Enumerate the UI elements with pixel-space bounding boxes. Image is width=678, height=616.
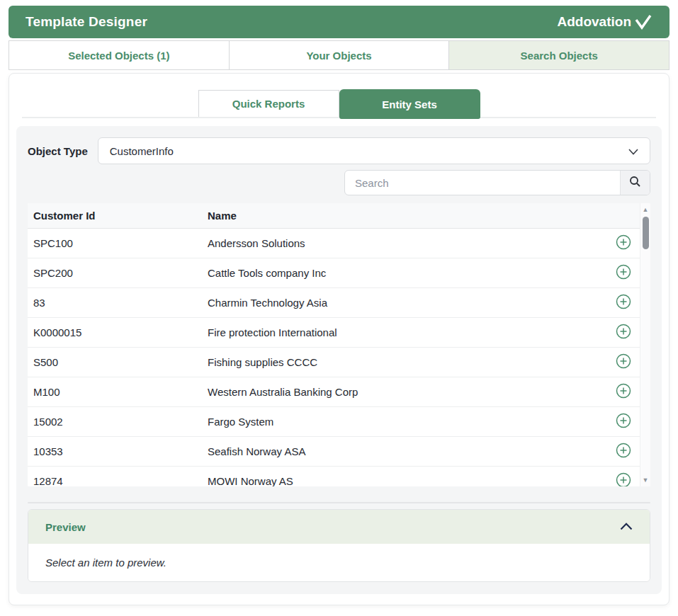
add-object-button[interactable] xyxy=(616,474,631,487)
table-row[interactable]: 83 Charmin Technology Asia xyxy=(28,288,650,318)
cell-customer-id: S500 xyxy=(28,356,208,368)
page-title: Template Designer xyxy=(26,14,147,30)
scroll-up-icon[interactable]: ▲ xyxy=(640,205,650,215)
cell-customer-id: 15002 xyxy=(28,416,208,428)
check-icon xyxy=(634,14,652,30)
search-row xyxy=(28,170,650,195)
add-object-button[interactable] xyxy=(616,355,631,370)
main-tabs: Selected Objects (1) Your Objects Search… xyxy=(9,40,669,70)
plus-circle-icon xyxy=(616,353,631,371)
table-row[interactable]: 10353 Seafish Norway ASA xyxy=(28,437,650,467)
plus-circle-icon xyxy=(616,264,631,282)
search-icon xyxy=(629,176,641,190)
cell-name: Charmin Technology Asia xyxy=(208,297,608,309)
add-object-button[interactable] xyxy=(616,325,631,341)
table-row[interactable]: SPC100 Andersson Solutions xyxy=(28,229,650,258)
brand-name: Addovation xyxy=(558,14,632,30)
cell-name: Seafish Norway ASA xyxy=(208,445,608,457)
object-type-label: Object Type xyxy=(28,145,88,157)
add-object-button[interactable] xyxy=(616,295,631,311)
tab-search-objects[interactable]: Search Objects xyxy=(448,40,669,70)
sub-tabs: Quick Reports Entity Sets xyxy=(22,89,656,118)
preview-header[interactable]: Preview xyxy=(28,510,650,544)
cell-customer-id: M100 xyxy=(28,386,208,398)
plus-circle-icon xyxy=(616,294,631,312)
column-header-customer-id: Customer Id xyxy=(28,210,208,222)
cell-customer-id: K0000015 xyxy=(28,326,208,338)
results-table: Customer Id Name SPC100 Andersson Soluti… xyxy=(28,203,650,486)
scroll-down-icon[interactable]: ▼ xyxy=(640,475,650,485)
entity-sets-panel: Object Type CustomerInfo xyxy=(16,126,662,594)
brand-logo: Addovation xyxy=(558,14,653,30)
plus-circle-icon xyxy=(616,324,631,341)
add-object-button[interactable] xyxy=(616,236,631,251)
add-object-button[interactable] xyxy=(616,266,631,281)
cell-name: Andersson Solutions xyxy=(208,237,608,249)
plus-circle-icon xyxy=(616,443,631,460)
cell-name: Fargo System xyxy=(208,416,608,428)
app-header: Template Designer Addovation xyxy=(9,6,669,38)
plus-circle-icon xyxy=(616,383,631,401)
preview-accordion: Preview Select an item to preview. xyxy=(28,509,650,582)
add-object-button[interactable] xyxy=(616,444,631,460)
section-divider xyxy=(28,502,650,503)
table-body: SPC100 Andersson Solutions SPC200 Cattle… xyxy=(28,229,650,486)
column-header-name: Name xyxy=(208,210,608,222)
add-object-button[interactable] xyxy=(616,414,631,430)
cell-name: Fire protection International xyxy=(208,326,608,338)
object-type-value: CustomerInfo xyxy=(110,145,174,157)
tab-selected-objects[interactable]: Selected Objects (1) xyxy=(9,40,230,70)
cell-name: Western Australia Banking Corp xyxy=(208,386,608,398)
plus-circle-icon xyxy=(616,472,631,486)
add-object-button[interactable] xyxy=(616,384,631,400)
object-type-select[interactable]: CustomerInfo xyxy=(98,137,650,164)
search-input[interactable] xyxy=(345,171,620,195)
cell-name: Fishing supplies CCCC xyxy=(208,356,608,368)
table-scrollbar[interactable]: ▲ ▼ xyxy=(640,203,650,486)
tab-your-objects[interactable]: Your Objects xyxy=(229,40,450,70)
cell-customer-id: 10353 xyxy=(28,445,208,457)
subtab-entity-sets[interactable]: Entity Sets xyxy=(339,89,480,119)
cell-customer-id: 12874 xyxy=(28,475,208,486)
table-row[interactable]: 15002 Fargo System xyxy=(28,407,650,437)
scrollbar-thumb[interactable] xyxy=(643,217,649,249)
cell-customer-id: SPC100 xyxy=(28,237,208,249)
cell-name: MOWI Norway AS xyxy=(208,475,608,486)
object-type-row: Object Type CustomerInfo xyxy=(28,137,650,164)
table-row[interactable]: K0000015 Fire protection International xyxy=(28,318,650,348)
cell-name: Cattle Tools company Inc xyxy=(208,267,608,279)
chevron-down-icon xyxy=(628,145,638,157)
preview-empty-message: Select an item to preview. xyxy=(45,557,166,569)
cell-customer-id: 83 xyxy=(28,297,208,309)
plus-circle-icon xyxy=(616,234,631,252)
search-group xyxy=(344,170,650,195)
preview-body: Select an item to preview. xyxy=(28,544,650,581)
table-row[interactable]: SPC200 Cattle Tools company Inc xyxy=(28,258,650,288)
table-header: Customer Id Name xyxy=(28,203,650,229)
chevron-up-icon xyxy=(620,520,633,533)
table-row[interactable]: 12874 MOWI Norway AS xyxy=(28,467,650,486)
cell-customer-id: SPC200 xyxy=(28,267,208,279)
plus-circle-icon xyxy=(616,413,631,430)
table-row[interactable]: S500 Fishing supplies CCCC xyxy=(28,348,650,377)
search-objects-panel: Quick Reports Entity Sets Object Type Cu… xyxy=(9,73,669,605)
subtab-quick-reports[interactable]: Quick Reports xyxy=(198,90,339,117)
table-row[interactable]: M100 Western Australia Banking Corp xyxy=(28,377,650,407)
preview-title: Preview xyxy=(45,521,86,533)
search-button[interactable] xyxy=(620,171,650,195)
